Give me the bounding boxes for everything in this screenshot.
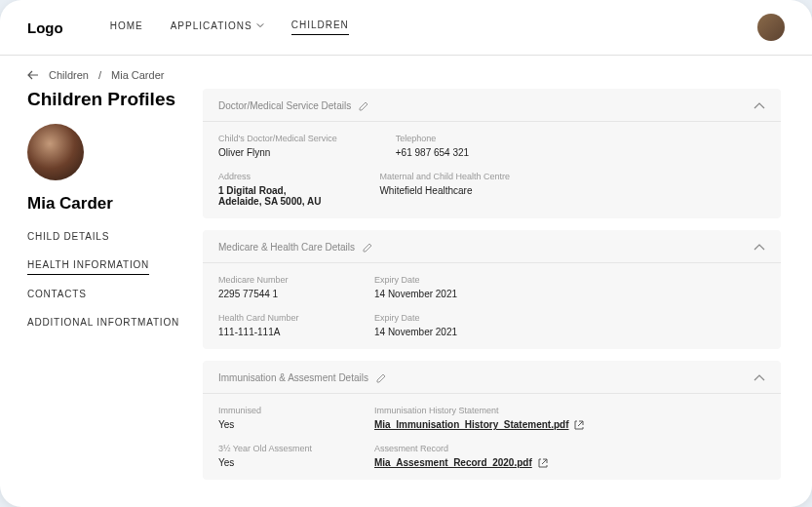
card-title: Medicare & Health Care Details xyxy=(218,242,355,253)
breadcrumb-root[interactable]: Children xyxy=(49,69,89,81)
field-label: Medicare Number xyxy=(218,275,316,285)
page-title: Children Profiles xyxy=(27,89,183,110)
external-link-icon[interactable] xyxy=(538,458,548,468)
divider xyxy=(203,393,781,394)
field-label: Expiry Date xyxy=(374,313,472,323)
breadcrumb-current: Mia Carder xyxy=(111,69,164,81)
field-label: 3½ Year Old Assesment xyxy=(218,444,316,453)
logo[interactable]: Logo xyxy=(27,20,63,36)
download-link[interactable]: Mia_Immunisation_History_Statement.pdf xyxy=(374,419,568,430)
card-immunisation: Immunisation & Assesment Details Immunis… xyxy=(203,361,781,480)
field-label: Child's Doctor/Medical Service xyxy=(218,134,337,143)
back-arrow-icon[interactable] xyxy=(27,70,39,80)
field-value: 1 Digital Road, Adelaide, SA 5000, AU xyxy=(218,185,321,207)
card-title: Doctor/Medical Service Details xyxy=(218,100,351,111)
field-value: Oliver Flynn xyxy=(218,147,337,158)
chevron-down-icon xyxy=(256,21,264,29)
chevron-up-icon[interactable] xyxy=(754,244,765,252)
field-label: Immunisation History Statement xyxy=(374,406,584,415)
external-link-icon[interactable] xyxy=(574,420,584,430)
field-value: 2295 77544 1 xyxy=(218,289,316,299)
pencil-icon[interactable] xyxy=(376,373,386,383)
tab-health-information[interactable]: HEALTH INFORMATION xyxy=(27,259,149,275)
breadcrumb-sep: / xyxy=(98,69,101,81)
field-label: Immunised xyxy=(218,406,316,415)
nav-home[interactable]: HOME xyxy=(110,20,143,35)
field-label: Address xyxy=(218,172,321,181)
card-medicare: Medicare & Health Care Details Medicare … xyxy=(203,230,781,349)
field-value: 14 November 2021 xyxy=(374,327,472,337)
card-doctor: Doctor/Medical Service Details Child's D… xyxy=(203,89,781,218)
pencil-icon[interactable] xyxy=(363,243,372,253)
nav-children[interactable]: CHILDREN xyxy=(291,20,349,35)
divider xyxy=(203,262,781,263)
tab-child-details[interactable]: CHILD DETAILS xyxy=(27,231,183,246)
pencil-icon[interactable] xyxy=(359,101,368,111)
nav-applications[interactable]: APPLICATIONS xyxy=(171,20,264,35)
card-title: Immunisation & Assesment Details xyxy=(218,372,368,383)
child-name: Mia Carder xyxy=(27,194,183,214)
breadcrumb: Children / Mia Carder xyxy=(0,56,812,89)
user-avatar[interactable] xyxy=(757,14,785,41)
tab-contacts[interactable]: CONTACTS xyxy=(27,289,183,303)
field-label: Assesment Record xyxy=(374,444,548,453)
field-value: 14 November 2021 xyxy=(374,289,472,299)
field-value: Yes xyxy=(218,419,316,430)
child-avatar xyxy=(27,124,84,180)
field-value: 111-111-111A xyxy=(218,327,316,337)
field-value: Whitefield Healthcare xyxy=(379,185,510,196)
field-label: Telephone xyxy=(396,134,493,143)
divider xyxy=(203,121,781,122)
chevron-up-icon[interactable] xyxy=(754,374,765,382)
chevron-up-icon[interactable] xyxy=(754,102,765,110)
field-label: Health Card Number xyxy=(218,313,316,323)
download-link[interactable]: Mia_Assesment_Record_2020.pdf xyxy=(374,457,532,468)
field-value: Yes xyxy=(218,457,316,468)
field-value: +61 987 654 321 xyxy=(396,147,493,158)
tab-additional-information[interactable]: ADDITIONAL INFORTMATION xyxy=(27,317,183,332)
nav-applications-label: APPLICATIONS xyxy=(171,20,252,31)
field-label: Expiry Date xyxy=(374,275,472,285)
field-label: Maternal and Child Health Centre xyxy=(379,172,510,181)
